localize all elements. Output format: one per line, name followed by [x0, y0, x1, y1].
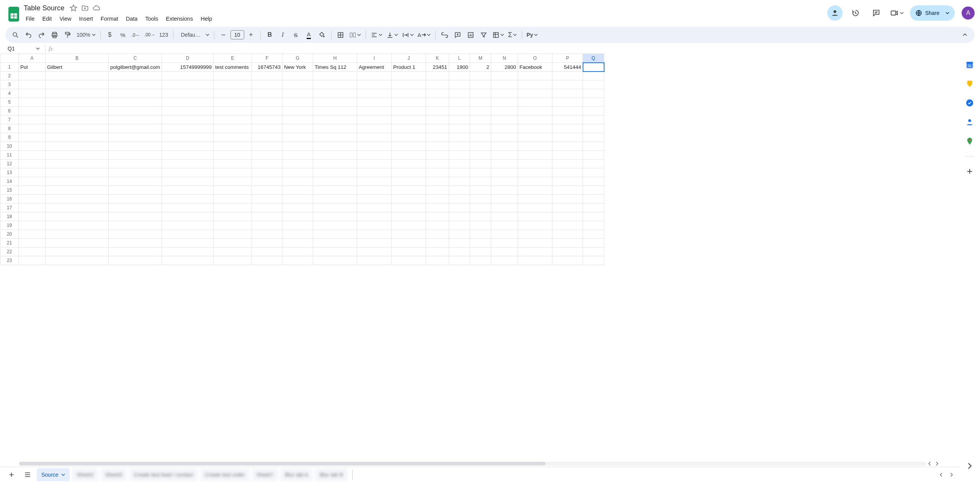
cell[interactable] — [46, 230, 109, 239]
cell[interactable] — [426, 107, 449, 116]
cell[interactable] — [552, 256, 583, 265]
row-header[interactable]: 6 — [0, 107, 19, 116]
cell[interactable] — [426, 204, 449, 212]
cell[interactable] — [162, 195, 214, 204]
cell[interactable] — [357, 177, 392, 186]
cell[interactable] — [491, 160, 518, 168]
cell[interactable] — [252, 239, 283, 248]
cell[interactable] — [470, 107, 491, 116]
cell[interactable] — [252, 124, 283, 133]
cell[interactable] — [583, 239, 604, 248]
cell[interactable] — [46, 186, 109, 195]
decrease-decimal-icon[interactable]: .0← — [130, 29, 142, 41]
functions-icon[interactable]: Σ — [506, 29, 519, 41]
cell[interactable] — [162, 212, 214, 221]
cell[interactable] — [19, 256, 46, 265]
cell[interactable] — [552, 89, 583, 98]
horizontal-scrollbar[interactable] — [19, 462, 926, 466]
cell[interactable] — [426, 239, 449, 248]
cell[interactable] — [449, 151, 470, 160]
cell[interactable] — [283, 230, 313, 239]
increase-font-size-icon[interactable]: + — [245, 29, 257, 41]
cell[interactable] — [109, 124, 162, 133]
menu-insert[interactable]: Insert — [76, 14, 96, 24]
column-header[interactable]: C — [109, 54, 162, 63]
cell[interactable] — [552, 221, 583, 230]
cell[interactable] — [109, 204, 162, 212]
cell[interactable] — [491, 195, 518, 204]
row-header[interactable]: 1 — [0, 63, 19, 72]
cell[interactable] — [583, 168, 604, 177]
cell[interactable]: Agreement — [357, 63, 392, 72]
cell[interactable] — [491, 107, 518, 116]
sheet-tab[interactable]: Sheet3 — [101, 468, 127, 481]
cell[interactable] — [470, 98, 491, 107]
cell[interactable] — [449, 256, 470, 265]
doc-title[interactable]: Table Source — [22, 3, 66, 13]
add-sheet-icon[interactable] — [5, 468, 18, 482]
paint-format-icon[interactable] — [61, 29, 74, 41]
cell[interactable] — [109, 256, 162, 265]
cell[interactable] — [392, 89, 426, 98]
cell[interactable] — [518, 89, 552, 98]
cell[interactable] — [283, 142, 313, 151]
cell[interactable] — [46, 168, 109, 177]
cell[interactable] — [491, 168, 518, 177]
cell[interactable] — [552, 142, 583, 151]
cell[interactable] — [392, 80, 426, 89]
cell[interactable] — [252, 160, 283, 168]
tab-nav-left-icon[interactable] — [938, 471, 945, 478]
cell[interactable] — [491, 89, 518, 98]
cell[interactable] — [19, 204, 46, 212]
cell[interactable] — [552, 195, 583, 204]
cell[interactable] — [46, 212, 109, 221]
cell[interactable] — [392, 204, 426, 212]
cell[interactable] — [162, 107, 214, 116]
cell[interactable] — [313, 124, 357, 133]
cell[interactable] — [426, 186, 449, 195]
row-header[interactable]: 22 — [0, 248, 19, 256]
menu-data[interactable]: Data — [122, 14, 141, 24]
cell[interactable] — [491, 239, 518, 248]
cell[interactable]: 2 — [470, 63, 491, 72]
cell[interactable] — [518, 256, 552, 265]
cell[interactable] — [313, 221, 357, 230]
spreadsheet-grid[interactable]: ABCDEFGHIJKLMNOPQ1PolGilbertpolgilbert@g… — [0, 54, 604, 265]
sheet-tab[interactable]: Blur tab B — [315, 468, 348, 481]
scroll-right-icon[interactable] — [933, 460, 940, 467]
cell[interactable] — [470, 195, 491, 204]
cell[interactable] — [46, 160, 109, 168]
row-header[interactable]: 10 — [0, 142, 19, 151]
cell[interactable] — [357, 212, 392, 221]
cell[interactable] — [392, 195, 426, 204]
cell[interactable] — [313, 151, 357, 160]
cell[interactable] — [162, 204, 214, 212]
cell[interactable] — [357, 116, 392, 124]
cell[interactable] — [583, 124, 604, 133]
row-header[interactable]: 3 — [0, 80, 19, 89]
cell[interactable] — [583, 116, 604, 124]
cell[interactable] — [552, 248, 583, 256]
cell[interactable] — [46, 89, 109, 98]
cell[interactable] — [491, 204, 518, 212]
cell[interactable] — [19, 107, 46, 116]
cell[interactable] — [162, 89, 214, 98]
cell[interactable] — [518, 98, 552, 107]
cell[interactable] — [392, 133, 426, 142]
cell[interactable] — [252, 142, 283, 151]
cell[interactable] — [552, 124, 583, 133]
cell[interactable] — [19, 116, 46, 124]
keep-icon[interactable] — [965, 80, 974, 88]
cell[interactable] — [214, 177, 252, 186]
row-header[interactable]: 18 — [0, 212, 19, 221]
cell[interactable] — [313, 160, 357, 168]
cell[interactable] — [313, 195, 357, 204]
cell[interactable] — [449, 107, 470, 116]
cell[interactable] — [518, 230, 552, 239]
cell[interactable] — [162, 168, 214, 177]
cell[interactable] — [162, 142, 214, 151]
cell[interactable] — [19, 151, 46, 160]
cell[interactable] — [392, 116, 426, 124]
star-icon[interactable] — [70, 4, 77, 12]
cell[interactable] — [518, 80, 552, 89]
